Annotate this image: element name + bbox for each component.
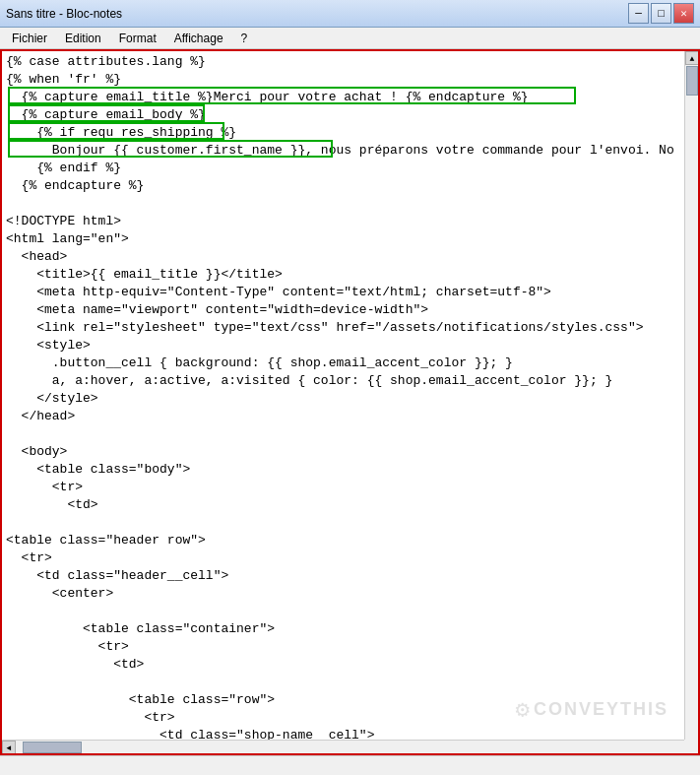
- menu-affichage[interactable]: Affichage: [166, 30, 231, 47]
- scrollbar-horizontal[interactable]: ◄: [2, 740, 684, 753]
- window-title: Sans titre - Bloc-notes: [6, 7, 122, 21]
- watermark-icon: ⚙: [516, 695, 530, 724]
- window-controls: ─ □ ✕: [628, 3, 694, 24]
- scrollbar-corner: [684, 740, 698, 753]
- scroll-up-button[interactable]: ▲: [685, 51, 699, 65]
- code-editor[interactable]: {% case attributes.lang %}{% when 'fr' %…: [2, 51, 684, 740]
- watermark: ⚙ CONVEYTHIS: [516, 695, 668, 724]
- close-button[interactable]: ✕: [673, 3, 694, 24]
- watermark-text: CONVEYTHIS: [534, 699, 668, 720]
- menu-help[interactable]: ?: [233, 30, 256, 47]
- scroll-left-button[interactable]: ◄: [2, 741, 16, 754]
- scroll-thumb-horizontal[interactable]: [23, 742, 82, 753]
- scrollbar-vertical[interactable]: ▲: [684, 51, 698, 740]
- menu-edition[interactable]: Edition: [57, 30, 109, 47]
- status-bar: [0, 755, 700, 775]
- editor-wrapper: {% case attributes.lang %}{% when 'fr' %…: [0, 49, 700, 755]
- editor-content[interactable]: {% case attributes.lang %}{% when 'fr' %…: [2, 51, 698, 753]
- menu-fichier[interactable]: Fichier: [4, 30, 55, 47]
- minimize-button[interactable]: ─: [628, 3, 649, 24]
- scroll-thumb-vertical[interactable]: [686, 66, 698, 96]
- maximize-button[interactable]: □: [651, 3, 671, 24]
- title-bar: Sans titre - Bloc-notes ─ □ ✕: [0, 0, 700, 28]
- menu-bar: Fichier Edition Format Affichage ?: [0, 28, 700, 49]
- menu-format[interactable]: Format: [111, 30, 164, 47]
